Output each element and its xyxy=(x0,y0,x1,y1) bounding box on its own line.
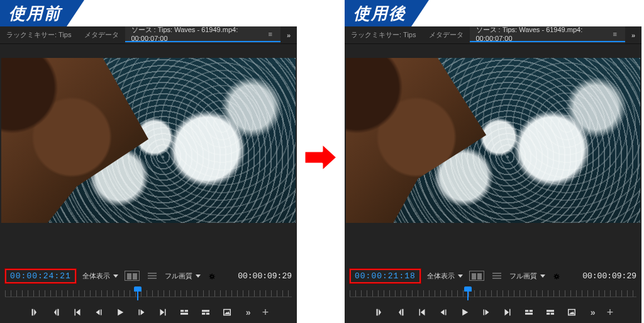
mark-in-button[interactable] xyxy=(373,306,386,319)
tab-metadata[interactable]: メタデータ xyxy=(78,26,125,43)
panel-menu-icon[interactable]: ≡ xyxy=(611,30,619,38)
timecode-duration: 00:00:09:29 xyxy=(582,271,636,281)
panel-menu-icon[interactable]: ≡ xyxy=(266,30,274,38)
step-forward-button[interactable] xyxy=(135,306,148,319)
timecode-current[interactable]: 00:00:24:21 xyxy=(5,269,76,283)
source-monitor-after: ラックミキサー: Tips メタデータ ソース : Tips: Waves - … xyxy=(345,26,641,323)
insert-button[interactable] xyxy=(178,306,191,319)
ruler-track xyxy=(350,297,636,297)
ruler-ticks xyxy=(5,290,292,297)
drag-handle-icon[interactable] xyxy=(491,271,503,280)
control-row-settings: 00:00:24:21 全体表示 フル画質 00:00:09:29 xyxy=(0,266,297,285)
arrow-icon xyxy=(302,139,340,176)
quality-dropdown[interactable]: フル画質 xyxy=(509,271,545,281)
transport-overflow-icon[interactable]: » xyxy=(246,307,251,317)
overwrite-button[interactable] xyxy=(199,306,212,319)
go-to-in-button[interactable] xyxy=(416,306,428,319)
export-frame-button[interactable] xyxy=(565,306,578,319)
zoom-fit-dropdown[interactable]: 全体表示 xyxy=(82,271,118,281)
go-to-out-button[interactable] xyxy=(157,306,169,319)
transport-controls: » + xyxy=(345,302,641,323)
zoom-fit-dropdown[interactable]: 全体表示 xyxy=(427,271,463,281)
step-forward-button[interactable] xyxy=(480,306,492,319)
add-button-icon[interactable]: + xyxy=(604,306,614,319)
step-back-button[interactable] xyxy=(92,306,105,319)
quality-dropdown[interactable]: フル画質 xyxy=(165,271,201,281)
chevron-down-icon xyxy=(540,275,545,278)
timecode-duration: 00:00:09:29 xyxy=(238,271,292,281)
playhead[interactable] xyxy=(467,286,469,300)
tab-source-active[interactable]: ソース : Tips: Waves - 61949.mp4: 00:00:07:… xyxy=(470,26,626,43)
tab-source-label: ソース : Tips: Waves - 61949.mp4: 00:00:07:… xyxy=(476,26,606,42)
label-before: 使用前 xyxy=(0,0,84,26)
tab-track-mixer[interactable]: ラックミキサー: Tips xyxy=(345,26,423,43)
time-ruler[interactable] xyxy=(350,286,636,302)
transport-controls: » + xyxy=(0,302,297,323)
ruler-track xyxy=(5,297,292,297)
tab-overflow-icon[interactable]: » xyxy=(280,31,297,39)
export-frame-button[interactable] xyxy=(221,306,233,319)
step-back-button[interactable] xyxy=(437,306,450,319)
transport-overflow-icon[interactable]: » xyxy=(591,307,596,317)
source-monitor-before: ラックミキサー: Tips メタデータ ソース : Tips: Waves - … xyxy=(0,26,297,323)
tab-metadata[interactable]: メタデータ xyxy=(423,26,470,43)
settings-wrench-icon[interactable] xyxy=(207,271,216,280)
time-ruler[interactable] xyxy=(5,286,292,302)
side-by-side-button[interactable] xyxy=(125,271,140,281)
play-button[interactable] xyxy=(114,306,126,319)
timecode-current[interactable]: 00:00:21:18 xyxy=(350,269,421,283)
tab-track-mixer[interactable]: ラックミキサー: Tips xyxy=(0,26,78,43)
go-to-in-button[interactable] xyxy=(71,306,84,319)
drag-handle-icon[interactable] xyxy=(146,271,158,280)
add-button-icon[interactable]: + xyxy=(260,306,269,319)
tab-overflow-icon[interactable]: » xyxy=(625,31,641,39)
side-by-side-button[interactable] xyxy=(469,271,484,281)
video-preview xyxy=(345,44,641,223)
settings-wrench-icon[interactable] xyxy=(552,271,560,280)
insert-button[interactable] xyxy=(523,306,535,319)
tab-source-label: ソース : Tips: Waves - 61949.mp4: 00:00:07:… xyxy=(131,26,262,42)
overwrite-button[interactable] xyxy=(544,306,557,319)
video-preview xyxy=(0,44,297,223)
go-to-out-button[interactable] xyxy=(501,306,514,319)
label-after: 使用後 xyxy=(345,0,429,26)
chevron-down-icon xyxy=(458,275,463,278)
mark-out-button[interactable] xyxy=(394,306,407,319)
mark-out-button[interactable] xyxy=(50,306,62,319)
tab-bar: ラックミキサー: Tips メタデータ ソース : Tips: Waves - … xyxy=(345,26,641,44)
chevron-down-icon xyxy=(113,275,118,278)
tab-bar: ラックミキサー: Tips メタデータ ソース : Tips: Waves - … xyxy=(0,26,297,44)
tab-source-active[interactable]: ソース : Tips: Waves - 61949.mp4: 00:00:07:… xyxy=(125,26,281,43)
control-row-settings: 00:00:21:18 全体表示 フル画質 00:00:09:29 xyxy=(345,266,641,285)
chevron-down-icon xyxy=(196,275,201,278)
play-button[interactable] xyxy=(458,306,471,319)
mark-in-button[interactable] xyxy=(28,306,41,319)
ruler-ticks xyxy=(350,290,636,297)
playhead[interactable] xyxy=(137,286,138,300)
